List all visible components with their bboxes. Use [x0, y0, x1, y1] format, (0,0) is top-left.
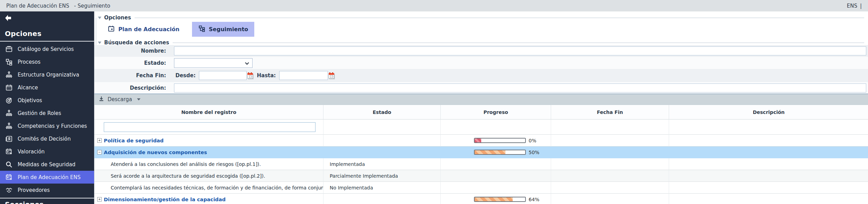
search-form: Nombre: Estado: Fecha Fin: Desde: 15 Has…: [94, 45, 868, 94]
sidebar-item-label: Medidas de Seguridad: [18, 161, 75, 168]
sidebar-item-plan-de-adecuaci-n-ens[interactable]: Plan de Adecuación ENS: [0, 171, 94, 184]
sidebar-title: Opciones: [5, 29, 42, 38]
progress-percent-label: 64%: [529, 197, 539, 202]
options-section-title: Opciones: [104, 15, 131, 21]
table-group-row[interactable]: +Dimensionamiento/gestión de la capacida…: [94, 194, 868, 204]
fecha-hasta-input[interactable]: [279, 71, 328, 80]
col-header-descripcion[interactable]: Descripción: [669, 105, 868, 119]
sidebar-item-cat-logo-de-servicios[interactable]: Catálogo de Servicios: [0, 43, 94, 55]
calendar-grid-icon: [4, 83, 13, 92]
fecha-fin-cell: [551, 194, 669, 204]
fecha-fin-cell: [551, 158, 669, 170]
estado-value: No Implementada: [323, 185, 373, 190]
desde-label: Desde:: [175, 72, 195, 79]
col-header-nombre[interactable]: Nombre del registro: [94, 105, 323, 119]
corner-separator: |: [860, 3, 862, 9]
progress-percent-label: 50%: [529, 150, 539, 155]
sidebar-item-valoraci-n[interactable]: Valoración: [0, 145, 94, 158]
collapse-icon[interactable]: −: [97, 150, 102, 154]
tab-bar: Plan de Adecuación Seguimiento: [94, 22, 254, 37]
sidebar-footer-title: Secciones: [5, 200, 44, 204]
nombre-filter-input[interactable]: [104, 122, 316, 132]
nombre-input[interactable]: [174, 46, 866, 55]
progress-bar: [474, 197, 526, 202]
page-title: Plan de Adecuación ENS: [6, 3, 69, 9]
sidebar-item-label: Competencias y Funciones: [18, 123, 87, 129]
fecha-desde-input[interactable]: [199, 71, 247, 80]
sidebar-item-label: Alcance: [18, 85, 38, 91]
datepicker-icon[interactable]: 15: [247, 72, 254, 79]
back-arrow-icon[interactable]: [4, 14, 13, 22]
group-name-link[interactable]: Adquisición de nuevos componentes: [104, 150, 207, 155]
descripcion-cell: [669, 158, 868, 170]
sidebar-nav: Catálogo de ServiciosProcesosEstructura …: [0, 43, 94, 196]
download-icon[interactable]: [99, 96, 104, 103]
sidebar-item-proveedores[interactable]: Proveedores: [0, 184, 94, 196]
col-header-estado[interactable]: Estado: [323, 105, 441, 119]
fecha-fin-label: Fecha Fin:: [94, 72, 170, 79]
progress-bar-fill: [475, 197, 513, 201]
col-header-progreso[interactable]: Progreso: [441, 105, 551, 119]
top-title-bar: Plan de Adecuación ENS - Seguimiento ENS…: [0, 0, 868, 11]
sidebar-item-label: Catálogo de Servicios: [18, 46, 74, 52]
action-name: Contemplará las necesidades técnicas, de…: [94, 185, 323, 190]
estado-value: Parcialmente Implementada: [323, 173, 398, 179]
sidebar-item-label: Comités de Decisión: [18, 136, 71, 142]
fecha-fin-cell: [551, 170, 669, 182]
action-name: Será acorde a la arquitectura de segurid…: [94, 173, 265, 179]
org-structure-icon: [4, 122, 13, 130]
estado-label: Estado:: [94, 60, 170, 66]
descripcion-cell: [669, 170, 868, 182]
table-child-row[interactable]: Atenderá a las conclusiones del análisis…: [94, 158, 868, 170]
tab-seguimiento[interactable]: Seguimiento: [192, 22, 255, 37]
sidebar-item-label: Plan de Adecuación ENS: [18, 174, 81, 180]
action-name: Atenderá a las conclusiones del análisis…: [94, 161, 261, 167]
fecha-fin-cell: [551, 135, 669, 147]
tab-plan-de-adecuacion[interactable]: Plan de Adecuación: [102, 22, 185, 37]
descripcion-cell: [669, 194, 868, 204]
table-child-row[interactable]: Será acorde a la arquitectura de segurid…: [94, 170, 868, 182]
sidebar-item-alcance[interactable]: Alcance: [0, 81, 94, 94]
sidebar-item-gesti-n-de-roles[interactable]: Gestión de Roles: [0, 107, 94, 119]
sidebar-item-objetivos[interactable]: Objetivos: [0, 94, 94, 107]
expand-icon[interactable]: +: [97, 138, 102, 143]
descripcion-label: Descripción:: [94, 85, 170, 91]
dropdown-caret-icon[interactable]: [137, 98, 140, 100]
download-button[interactable]: Descarga: [108, 96, 132, 103]
calendar-cursor-icon: [4, 148, 13, 156]
org-structure-icon: [4, 71, 13, 79]
handshake-icon: [4, 186, 13, 194]
fecha-fin-cell: [551, 182, 669, 194]
sidebar-item-medidas-de-seguridad[interactable]: Medidas de Seguridad: [0, 158, 94, 171]
expand-icon[interactable]: +: [97, 197, 102, 202]
progress-bar-fill: [475, 150, 505, 154]
sidebar-item-comit-s-de-decisi-n[interactable]: Comités de Decisión: [0, 132, 94, 145]
descripcion-cell: [669, 135, 868, 147]
col-header-fecha-fin[interactable]: Fecha Fin: [551, 105, 669, 119]
calendar-header: [329, 73, 334, 75]
group-name-link[interactable]: Política de seguridad: [104, 138, 164, 143]
group-name-link[interactable]: Dimensionamiento/gestión de la capacidad: [104, 197, 226, 202]
table-group-row[interactable]: +Política de seguridad0%: [94, 135, 868, 147]
calendar-day: 15: [329, 75, 334, 78]
collapse-caret-icon[interactable]: [98, 17, 101, 19]
main-content: Opciones Plan de Adecuación Seguimiento …: [94, 11, 868, 204]
estado-value: Implementada: [323, 161, 365, 167]
sidebar-item-estructura-organizativa[interactable]: Estructura Organizativa: [0, 68, 94, 81]
collapse-caret-icon[interactable]: [98, 42, 101, 44]
descripcion-cell: [669, 182, 868, 194]
hasta-label: Hasta:: [257, 72, 276, 79]
sidebar: Opciones Catálogo de ServiciosProcesosEs…: [0, 11, 94, 204]
progress-bar: [474, 138, 526, 143]
estado-select[interactable]: [174, 58, 253, 68]
descripcion-input[interactable]: [174, 83, 866, 92]
table-group-row[interactable]: −Adquisición de nuevos componentes50%: [94, 147, 868, 158]
sidebar-item-competencias-y-funciones[interactable]: Competencias y Funciones: [0, 119, 94, 132]
table-header-row: Nombre del registro Estado Progreso Fech…: [94, 105, 868, 119]
datepicker-icon[interactable]: 15: [329, 72, 335, 79]
chevron-down-icon: [245, 61, 249, 67]
sidebar-item-procesos[interactable]: Procesos: [0, 55, 94, 68]
actions-table: Nombre del registro Estado Progreso Fech…: [94, 105, 868, 204]
table-child-row[interactable]: Contemplará las necesidades técnicas, de…: [94, 182, 868, 194]
search-icon: [4, 160, 13, 169]
